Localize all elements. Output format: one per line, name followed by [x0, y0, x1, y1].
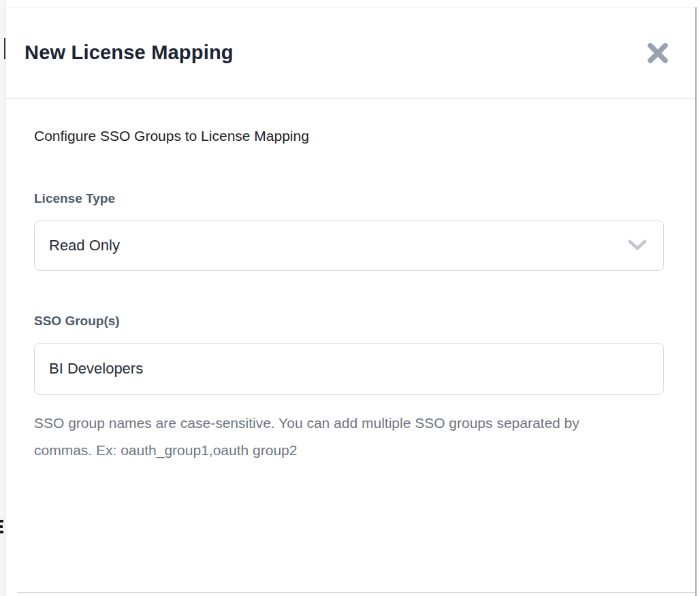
- dialog-subtitle: Configure SSO Groups to License Mapping: [34, 127, 664, 146]
- license-type-label: License Type: [34, 191, 664, 207]
- background-page-strip: [0, 0, 5, 596]
- close-icon: [648, 43, 668, 63]
- license-type-selected-value: Read Only: [49, 237, 120, 254]
- dialog-body: Configure SSO Groups to License Mapping …: [5, 99, 695, 464]
- sso-groups-help-text: SSO group names are case-sensitive. You …: [34, 410, 613, 464]
- background-list-dash: [0, 525, 3, 528]
- background-list-dash: [0, 531, 3, 533]
- new-license-mapping-dialog: New License Mapping Configure SSO Groups…: [5, 7, 697, 596]
- footer-divider: [17, 592, 695, 593]
- dialog-title: New License Mapping: [25, 42, 234, 64]
- background-list-dash: [0, 520, 3, 523]
- sso-groups-label: SSO Group(s): [34, 313, 664, 329]
- chevron-down-icon: [628, 239, 647, 252]
- sso-groups-input[interactable]: [34, 343, 664, 395]
- close-button[interactable]: [646, 42, 669, 65]
- dialog-header: New License Mapping: [5, 7, 695, 99]
- license-type-select[interactable]: Read Only: [34, 220, 664, 271]
